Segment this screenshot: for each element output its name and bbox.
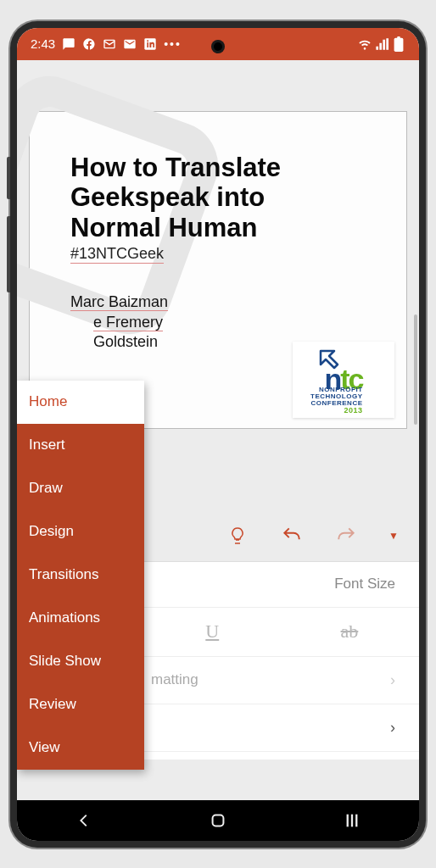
redo-icon[interactable] — [334, 524, 358, 548]
svg-rect-6 — [351, 814, 353, 826]
strikethrough-button[interactable]: ab — [341, 620, 359, 643]
linkedin-icon — [143, 37, 157, 51]
lightbulb-icon[interactable] — [226, 524, 249, 548]
ribbon-transitions[interactable]: Transitions — [17, 554, 144, 597]
svg-rect-2 — [394, 37, 404, 51]
title-line3: Normal Human — [70, 213, 257, 242]
more-icon: ••• — [164, 37, 182, 51]
expand-down-icon[interactable]: ▼ — [388, 530, 399, 542]
back-button[interactable] — [72, 809, 96, 832]
svg-rect-3 — [397, 36, 400, 39]
title-line2: Geekspeak into — [70, 182, 265, 212]
scroll-indicator[interactable] — [414, 314, 417, 425]
home-button[interactable] — [206, 809, 230, 832]
battery-icon — [392, 37, 405, 51]
author2: e Fremery — [93, 314, 163, 331]
ribbon-animations[interactable]: Animations — [17, 597, 144, 640]
front-camera — [211, 40, 225, 53]
svg-rect-7 — [355, 814, 357, 826]
chevron-right-icon: › — [390, 719, 395, 737]
undo-icon[interactable] — [280, 524, 304, 548]
chevron-right-icon: › — [390, 671, 395, 689]
font-size-label: Font Size — [334, 576, 395, 593]
underline-button[interactable]: U — [205, 620, 219, 643]
svg-rect-5 — [347, 814, 349, 826]
slide-authors[interactable]: Marc Baizman xxxe Fremery xxxGoldstein — [70, 292, 389, 352]
ribbon-insert[interactable]: Insert — [17, 424, 144, 467]
android-nav-bar — [17, 800, 419, 841]
title-line1: How to Translate — [70, 153, 281, 182]
ribbon-slide-show[interactable]: Slide Show — [17, 640, 144, 683]
author3: Goldstein — [93, 333, 158, 350]
ribbon-home[interactable]: Home — [17, 381, 144, 424]
ribbon-menu: Home Insert Draw Design Transitions Anim… — [17, 381, 144, 770]
signal-icon — [375, 37, 388, 51]
slide-title[interactable]: How to Translate Geekspeak into Normal H… — [70, 153, 389, 243]
svg-rect-4 — [213, 815, 224, 826]
author1: Marc Baizman — [70, 293, 168, 311]
mail-icon — [103, 37, 116, 51]
ntc-logo: ntc NONPROFIT TECHNOLOGY CONFERENCE 2013 — [293, 342, 394, 418]
mail-red-icon — [123, 37, 137, 51]
logo-year: 2013 — [310, 407, 362, 415]
facebook-icon — [82, 37, 96, 51]
ribbon-draw[interactable]: Draw — [17, 467, 144, 510]
ribbon-view[interactable]: View — [17, 726, 144, 770]
ribbon-design[interactable]: Design — [17, 510, 144, 554]
wifi-icon — [358, 37, 372, 51]
ribbon-review[interactable]: Review — [17, 683, 144, 726]
recents-button[interactable] — [340, 809, 364, 832]
editor-area: How to Translate Geekspeak into Normal H… — [17, 60, 419, 800]
slide-hashtag[interactable]: #13NTCGeek — [70, 244, 164, 264]
status-time: 2:43 — [31, 36, 55, 51]
message-icon — [62, 37, 75, 51]
